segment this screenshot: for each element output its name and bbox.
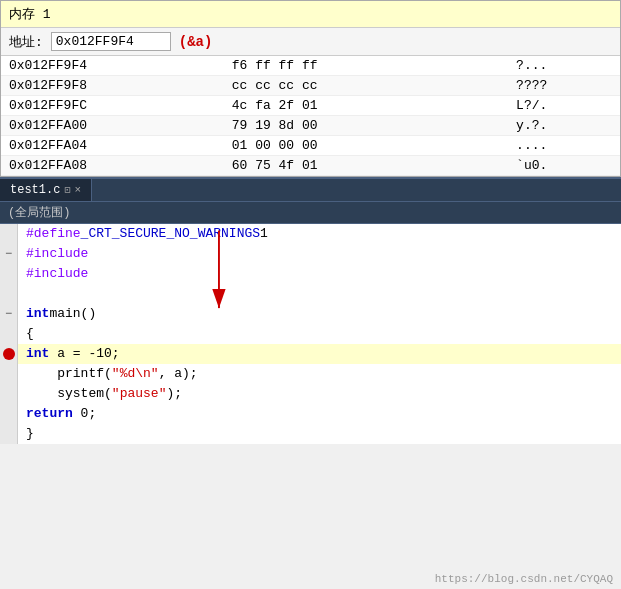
memory-row: 0x012FFA00 79 19 8d 00 y.?. (1, 116, 620, 136)
code-line: #define _CRT_SECURE_NO_WARNINGS 1 (18, 224, 621, 244)
breakpoint-marker (3, 348, 15, 360)
address-label: 地址: (9, 33, 43, 51)
gutter-cell: − (0, 244, 17, 264)
gutter-cell (0, 324, 17, 344)
memory-row: 0x012FFA08 60 75 4f 01 `u0. (1, 156, 620, 176)
editor-body: −− #define _CRT_SECURE_NO_WARNINGS 1#inc… (0, 224, 621, 444)
memory-row: 0x012FF9FC 4c fa 2f 01 L?/. (1, 96, 620, 116)
mem-addr: 0x012FF9F4 (1, 56, 224, 76)
tab-label: test1.c (10, 183, 60, 197)
memory-window: 内存 1 地址: (&a) 0x012FF9F4 f6 ff ff ff ?..… (0, 0, 621, 177)
mem-addr: 0x012FF9FC (1, 96, 224, 116)
mem-addr: 0x012FFA00 (1, 116, 224, 136)
gutter-cell (0, 284, 17, 304)
mem-bytes: 79 19 8d 00 (224, 116, 508, 136)
str-format: "%d\n" (112, 364, 159, 384)
mem-bytes: 60 75 4f 01 (224, 156, 508, 176)
scope-label: (全局范围) (8, 206, 70, 220)
editor-window: test1.c ⊡ × (全局范围) −− #define _CRT_SECUR… (0, 177, 621, 444)
pp-value: 1 (260, 224, 268, 244)
mem-bytes: cc cc cc cc (224, 76, 508, 96)
mem-chars: ?... (508, 56, 620, 76)
code-line: int a = -10; (18, 344, 621, 364)
code-line: { (18, 324, 621, 344)
code-line: #include (18, 244, 621, 264)
code-line (18, 284, 621, 304)
watermark: https://blog.csdn.net/CYQAQ (435, 573, 613, 585)
memory-title: 内存 1 (1, 1, 620, 28)
mem-bytes: 01 00 00 00 (224, 136, 508, 156)
number-val: -10 (88, 344, 111, 364)
mem-bytes: f6 ff ff ff (224, 56, 508, 76)
tab-pin-icon: ⊡ (64, 184, 70, 196)
address-hint: (&a) (179, 34, 213, 50)
gutter-cell (0, 264, 17, 284)
include-keyword: #include (26, 244, 88, 264)
memory-row: 0x012FF9F8 cc cc cc cc ???? (1, 76, 620, 96)
gutter-cell (0, 224, 17, 244)
gutter-cell: − (0, 304, 17, 324)
mem-addr: 0x012FFA08 (1, 156, 224, 176)
memory-row: 0x012FFA04 01 00 00 00 .... (1, 136, 620, 156)
scope-bar: (全局范围) (0, 202, 621, 224)
keyword-return: return (26, 404, 73, 424)
keyword-int2: int (26, 344, 49, 364)
tab-close-icon[interactable]: × (74, 184, 81, 196)
mem-chars: L?/. (508, 96, 620, 116)
gutter-cell (0, 384, 17, 404)
code-line: printf("%d\n", a); (18, 364, 621, 384)
code-line: #include (18, 264, 621, 284)
mem-chars: ???? (508, 76, 620, 96)
keyword-int: int (26, 304, 49, 324)
gutter-cell (0, 364, 17, 384)
mem-chars: y.?. (508, 116, 620, 136)
code-line: } (18, 424, 621, 444)
tab-test1c[interactable]: test1.c ⊡ × (0, 179, 92, 201)
mem-chars: .... (508, 136, 620, 156)
gutter-cell (0, 404, 17, 424)
mem-addr: 0x012FFA04 (1, 136, 224, 156)
tab-bar: test1.c ⊡ × (0, 179, 621, 202)
memory-table: 0x012FF9F4 f6 ff ff ff ?... 0x012FF9F8 c… (1, 56, 620, 176)
pp-name: _CRT_SECURE_NO_WARNINGS (81, 224, 260, 244)
mem-chars: `u0. (508, 156, 620, 176)
code-area[interactable]: #define _CRT_SECURE_NO_WARNINGS 1#includ… (18, 224, 621, 444)
address-input[interactable] (51, 32, 171, 51)
code-line: system("pause"); (18, 384, 621, 404)
code-line: int main() (18, 304, 621, 324)
include-keyword: #include (26, 264, 88, 284)
gutter-cell (0, 344, 17, 364)
line-gutter: −− (0, 224, 18, 444)
memory-row: 0x012FF9F4 f6 ff ff ff ?... (1, 56, 620, 76)
func-name: main() (49, 304, 96, 324)
mem-addr: 0x012FF9F8 (1, 76, 224, 96)
code-line: return 0; (18, 404, 621, 424)
memory-title-text: 内存 1 (9, 7, 51, 22)
memory-address-bar: 地址: (&a) (1, 28, 620, 56)
pp-keyword: #define (26, 224, 81, 244)
gutter-cell (0, 424, 17, 444)
mem-bytes: 4c fa 2f 01 (224, 96, 508, 116)
str-pause: "pause" (112, 384, 167, 404)
